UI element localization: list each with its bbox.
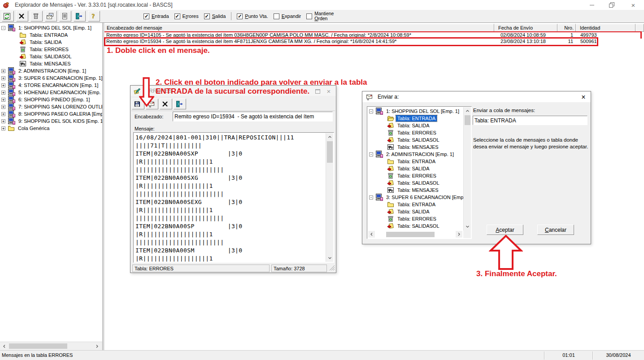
delete-button[interactable]: [160, 99, 172, 109]
tree-item-label[interactable]: Tabla: ERRORES: [396, 216, 438, 222]
scroll-right-arrow[interactable]: [456, 231, 462, 238]
tree-item[interactable]: Tabla: ERRORES: [368, 215, 463, 222]
title-bar[interactable]: Explorador de Mensajes - Ver. 3.33.01 [s…: [0, 0, 644, 10]
expand-box[interactable]: +: [1, 69, 5, 73]
tree-item-label[interactable]: Tabla: MENSAJES: [396, 230, 440, 230]
dialog-maximize-button[interactable]: [314, 88, 322, 95]
tree-item-label[interactable]: 8: SHOPPING PASEO GALERIA [Emp: [17, 111, 102, 117]
checkbox-box[interactable]: ✓: [144, 13, 149, 19]
tree-item[interactable]: +6: SHOPPING PINEDO [Emp. 1]: [0, 96, 102, 103]
scroll-left-arrow[interactable]: [368, 231, 375, 238]
dialog-close-button[interactable]: ×: [325, 87, 333, 95]
tree-item[interactable]: Tabla: SALIDA: [0, 39, 102, 46]
scroll-up-arrow[interactable]: [464, 108, 471, 114]
close-button[interactable]: ×: [623, 0, 643, 10]
tree-item-label[interactable]: Tabla: ERRORES: [28, 46, 70, 52]
scroll-down-arrow[interactable]: [464, 223, 471, 230]
tree-item-label[interactable]: Tabla: SALIDA: [28, 39, 63, 45]
collapse-box[interactable]: -: [369, 109, 373, 113]
tree-item-label[interactable]: 1: SHOPPING DEL SOL [Emp. 1]: [385, 108, 461, 114]
tree-item[interactable]: Tabla: ERRORES: [0, 46, 102, 53]
tree-item-label[interactable]: Tabla: ENTRADA: [28, 32, 69, 38]
encabezado-input[interactable]: Remito egreso ID=15934 - Se agotó la exi…: [173, 112, 333, 121]
checkbox-box[interactable]: ✓: [204, 13, 210, 19]
restore-button[interactable]: [603, 0, 622, 10]
tree-item[interactable]: Tabla: SALIDASOL: [368, 179, 463, 187]
trash-button[interactable]: [30, 11, 43, 22]
tree-item[interactable]: +Cola Genérica: [0, 125, 102, 132]
tree-item-label[interactable]: 7: SHOPPING SAN LORENZO OUTLE: [17, 104, 102, 110]
checkbox-errores[interactable]: ✓Errores: [174, 13, 199, 19]
tree-item[interactable]: Tabla: ENTRADA: [368, 201, 463, 208]
tree-item[interactable]: -2: ADMINISTRACION [Emp. 1]: [368, 151, 463, 158]
expand-box[interactable]: +: [1, 112, 5, 116]
tree-item-label[interactable]: 1: SHOPPING DEL SOL [Emp. 1]: [17, 25, 93, 31]
expand-box[interactable]: +: [1, 98, 5, 102]
delete-button[interactable]: [16, 11, 28, 22]
tree-item[interactable]: Tabla: ENTRADA: [0, 31, 102, 39]
tree-item-label[interactable]: Cola Genérica: [17, 125, 51, 131]
cancelar-button[interactable]: Cancelar: [537, 225, 574, 235]
tree-item[interactable]: +9: SHOPPING DEL SOL KIDS [Emp. 1: [0, 117, 102, 125]
tree-item[interactable]: Tabla: SALIDA: [368, 165, 463, 172]
scroll-thumb[interactable]: [327, 141, 333, 163]
tree-item-label[interactable]: Tabla: MENSAJES: [396, 144, 440, 150]
tree-item[interactable]: Tabla: SALIDA: [368, 122, 463, 129]
mensaje-text[interactable]: 16/08/2024|801-001|310||TRA|REPOSICION||…: [135, 133, 325, 262]
tree-item-label[interactable]: Tabla: SALIDASOL: [28, 53, 73, 60]
tree-item[interactable]: +7: SHOPPING SAN LORENZO OUTLE: [0, 103, 102, 110]
checkbox-box[interactable]: [306, 13, 312, 19]
tree-item[interactable]: -1: SHOPPING DEL SOL [Emp. 1]: [368, 108, 463, 115]
panel-splitter[interactable]: [102, 23, 104, 350]
expand-box[interactable]: +: [1, 105, 5, 109]
tree-item-label[interactable]: 6: SHOPPING PINEDO [Emp. 1]: [17, 96, 91, 103]
tree-item-label[interactable]: Tabla: SALIDASOL: [396, 180, 441, 186]
tree-item-label[interactable]: Tabla: ERRORES: [396, 173, 438, 179]
tree-item[interactable]: Tabla: MENSAJES: [368, 230, 463, 230]
minimize-button[interactable]: [582, 0, 602, 10]
tree-item-label[interactable]: Tabla: SALIDA: [396, 165, 431, 172]
help-button[interactable]: ?: [88, 11, 100, 22]
tree-item-label[interactable]: Tabla: SALIDA: [396, 208, 431, 215]
tree-item[interactable]: Tabla: ENTRADA: [368, 115, 463, 122]
tree-item[interactable]: Tabla: SALIDASOL: [368, 222, 463, 230]
checkbox-expandir[interactable]: Expandir: [274, 13, 301, 19]
checkbox-punto-vta[interactable]: ✓Punto Vta.: [237, 13, 268, 19]
refresh-button[interactable]: [2, 11, 14, 22]
tree-item-label[interactable]: Tabla: SALIDASOL: [396, 137, 441, 143]
tree-item-label[interactable]: 3: SUPER 6 ENCARNACION [Emp.: [385, 194, 463, 200]
checkbox-mantiene-orden[interactable]: MantieneOrden: [306, 11, 334, 21]
tree-item[interactable]: -3: SUPER 6 ENCARNACION [Emp.: [368, 194, 463, 201]
checkbox-box[interactable]: ✓: [237, 13, 243, 19]
tree-hscrollbar[interactable]: [0, 342, 102, 350]
tree-item-label[interactable]: 3: SUPER 6 ENCARNACION [Emp. 1]: [17, 75, 102, 81]
checkbox-box[interactable]: [274, 13, 279, 19]
tree-item-label[interactable]: Tabla: SALIDASOL: [396, 223, 441, 229]
tree-item-label[interactable]: Tabla: MENSAJES: [28, 61, 72, 67]
tree-item-label[interactable]: Tabla: MENSAJES: [396, 187, 440, 193]
tree-item-label[interactable]: 2: ADMINISTRACION [Emp. 1]: [17, 68, 87, 74]
queue-input[interactable]: Tabla: ENTRADA: [473, 116, 587, 125]
tree-item[interactable]: +3: SUPER 6 ENCARNACION [Emp. 1]: [0, 74, 102, 82]
mensaje-textarea[interactable]: 16/08/2024|801-001|310||TRA|REPOSICION||…: [133, 132, 334, 263]
column-header[interactable]: Nro.: [557, 24, 576, 32]
resize-grip[interactable]: [329, 265, 335, 272]
checkbox-box[interactable]: ✓: [174, 13, 180, 19]
tree-item[interactable]: Tabla: MENSAJES: [0, 60, 102, 67]
column-header[interactable]: Encabezado del mensaje: [104, 24, 494, 32]
send-mail-button[interactable]: [45, 11, 57, 22]
tree-item-label[interactable]: 2: ADMINISTRACION [Emp. 1]: [385, 151, 455, 157]
scroll-thumb[interactable]: [465, 115, 470, 125]
scroll-thumb[interactable]: [386, 232, 435, 237]
mensaje-vscrollbar[interactable]: [326, 133, 333, 262]
tree-item[interactable]: Tabla: MENSAJES: [368, 143, 463, 151]
tree-item[interactable]: +2: ADMINISTRACION [Emp. 1]: [0, 67, 102, 74]
checkbox-entrada[interactable]: ✓Entrada: [144, 13, 169, 19]
expand-box[interactable]: +: [1, 83, 5, 87]
expand-box[interactable]: +: [1, 126, 5, 130]
column-header[interactable]: Identidad: [576, 24, 635, 32]
tree-item-label[interactable]: 4: STORE ENCARNACION [Emp. 1]: [17, 82, 100, 88]
expand-box[interactable]: +: [1, 91, 5, 95]
tree-item-label[interactable]: Tabla: ENTRADA: [396, 115, 437, 121]
dialog-title-bar[interactable]: Enviar a:: [362, 91, 591, 102]
